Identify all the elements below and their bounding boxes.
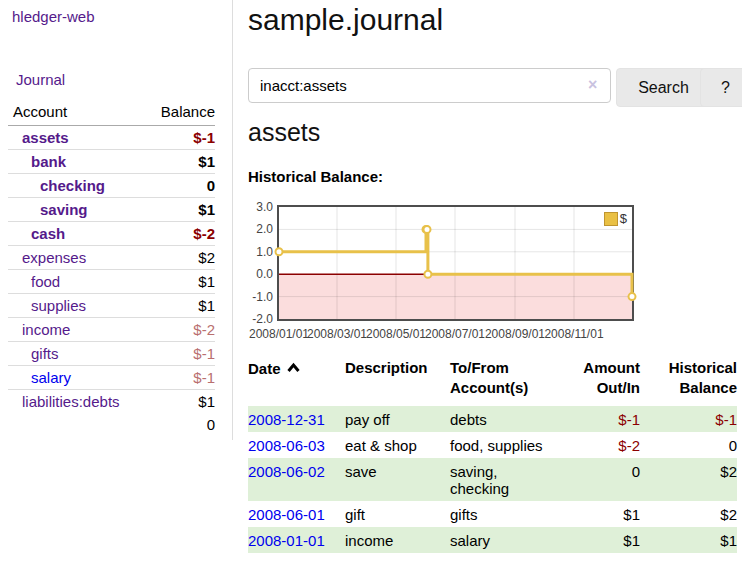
accounts-header-account: Account [8,100,143,126]
transaction-date-link[interactable]: 2008-06-03 [248,437,325,454]
account-row: assets$-1 [8,126,215,150]
transaction-balance: $2 [640,501,737,527]
account-link[interactable]: salary [8,369,71,386]
account-row: cash$-2 [8,222,215,246]
account-link[interactable]: income [8,321,70,338]
transaction-description: income [345,527,450,553]
accounts-header-balance: Balance [143,100,215,126]
account-row: supplies$1 [8,294,215,318]
table-row: 2008-06-02savesaving,checking0$2 [248,458,737,501]
x-axis-tick-label: 2008/09/01 [485,327,545,341]
transaction-balance: $-1 [640,406,737,432]
table-row: 2008-06-03eat & shopfood, supplies$-20 [248,432,737,458]
accounts-total-value: 0 [143,413,215,436]
transaction-balance: $2 [640,458,737,501]
register-header-date[interactable]: Date [248,356,345,406]
account-link[interactable]: food [8,273,60,290]
transaction-accounts: debts [450,406,562,432]
transaction-date-link[interactable]: 2008-06-01 [248,506,325,523]
account-row: food$1 [8,270,215,294]
account-row: liabilities:debts$1 [8,390,215,414]
main-content: sample.journal × Search ? assets Histori… [248,0,737,582]
account-balance: $-1 [143,342,215,366]
y-axis-tick-label: 0.0 [248,268,273,280]
legend-swatch [604,212,618,226]
account-link[interactable]: supplies [8,297,86,314]
transaction-amount: $-1 [562,406,640,432]
help-button[interactable]: ? [700,68,742,107]
search-button[interactable]: Search [616,68,711,107]
account-link[interactable]: assets [8,129,69,146]
account-balance: $1 [143,150,215,174]
account-link[interactable]: bank [8,153,66,170]
x-axis-tick-label: 2008/07/01 [425,327,485,341]
transaction-description: save [345,458,450,501]
chart-plot-area: $ [277,205,634,321]
accounts-total-row: 0 [8,413,215,436]
transaction-date-link[interactable]: 2008-06-02 [248,463,325,480]
register-header-accounts: To/From Account(s) [450,356,562,406]
accounts-table: Account Balance assets$-1bank$1checking0… [8,100,215,436]
account-link[interactable]: saving [8,201,88,218]
account-balance: $1 [143,198,215,222]
account-link[interactable]: cash [8,225,65,242]
table-row: 2008-12-31pay offdebts$-1$-1 [248,406,737,432]
account-balance: $1 [143,390,215,414]
register-rows: 2008-12-31pay offdebts$-1$-12008-06-03ea… [248,406,737,553]
sidebar: hledger-web Journal Account Balance asse… [0,0,233,440]
search-form: × Search ? [248,68,737,104]
account-balance: $-1 [143,366,215,390]
app-title-link[interactable]: hledger-web [12,8,95,25]
account-balance: $-1 [143,126,215,150]
register-table: Date Description To/From Account(s) Amou… [248,356,737,553]
account-link[interactable]: expenses [8,249,86,266]
account-row: salary$-1 [8,366,215,390]
search-input[interactable] [248,68,611,103]
account-row: expenses$2 [8,246,215,270]
transaction-accounts: gifts [450,501,562,527]
transaction-amount: $-2 [562,432,640,458]
transaction-description: pay off [345,406,450,432]
account-balance: $1 [143,294,215,318]
chart-title: Historical Balance: [248,168,383,185]
transaction-date-link[interactable]: 2008-01-01 [248,532,325,549]
x-axis-tick-label: 2008/01/01 [249,327,309,341]
account-row: bank$1 [8,150,215,174]
sidebar-item-journal[interactable]: Journal [16,71,65,88]
x-axis-tick-label: 2008/03/01 [307,327,367,341]
account-row: income$-2 [8,318,215,342]
accounts-rows: assets$-1bank$1checking0saving$1cash$-2e… [8,126,215,414]
account-row: checking0 [8,174,215,198]
x-axis-tick-label: 2008/11/01 [544,327,603,341]
account-balance: 0 [143,174,215,198]
table-row: 2008-06-01giftgifts$1$2 [248,501,737,527]
clear-search-icon[interactable]: × [588,76,597,94]
transaction-date-link[interactable]: 2008-12-31 [248,411,325,428]
account-balance: $1 [143,270,215,294]
transaction-amount: $1 [562,527,640,553]
transaction-amount: $1 [562,501,640,527]
transaction-accounts: food, supplies [450,432,562,458]
transaction-description: gift [345,501,450,527]
y-axis-tick-label: 2.0 [248,223,273,235]
account-link[interactable]: gifts [8,345,59,362]
account-balance: $-2 [143,318,215,342]
account-heading: assets [248,116,320,148]
account-link[interactable]: liabilities:debts [8,393,120,410]
transaction-description: eat & shop [345,432,450,458]
chart-canvas [279,207,632,319]
x-axis-tick-label: 2008/05/01 [366,327,426,341]
account-row: saving$1 [8,198,215,222]
register-header-balance: Historical Balance [640,356,737,406]
transaction-balance: $1 [640,527,737,553]
transaction-amount: 0 [562,458,640,501]
page-title: sample.journal [248,0,443,40]
transaction-accounts: salary [450,527,562,553]
transaction-balance: 0 [640,432,737,458]
transaction-accounts: saving,checking [450,458,562,501]
register-header-amount: Amount Out/In [562,356,640,406]
account-balance: $-2 [143,222,215,246]
y-axis-tick-label: -2.0 [248,313,273,325]
y-axis-tick-label: 3.0 [248,201,273,213]
account-link[interactable]: checking [8,177,105,194]
